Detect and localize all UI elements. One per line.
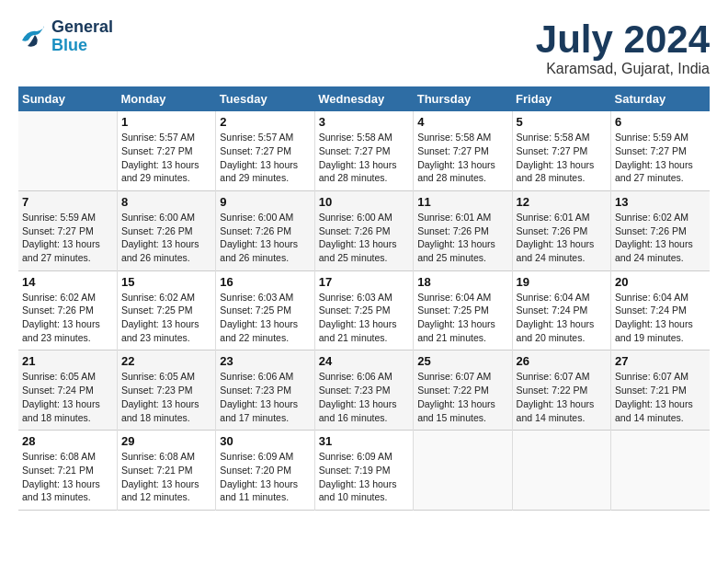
calendar-day-header: Tuesday xyxy=(216,86,314,111)
calendar-cell xyxy=(512,431,610,511)
calendar-table: SundayMondayTuesdayWednesdayThursdayFrid… xyxy=(18,86,710,511)
calendar-cell: 24Sunrise: 6:06 AM Sunset: 7:23 PM Dayli… xyxy=(314,350,413,431)
day-info: Sunrise: 5:59 AM Sunset: 7:27 PM Dayligh… xyxy=(22,211,113,265)
calendar-cell: 17Sunrise: 6:03 AM Sunset: 7:25 PM Dayli… xyxy=(314,270,413,350)
calendar-week-row: 1Sunrise: 5:57 AM Sunset: 7:27 PM Daylig… xyxy=(18,111,710,190)
day-info: Sunrise: 6:01 AM Sunset: 7:26 PM Dayligh… xyxy=(517,211,607,265)
calendar-cell: 28Sunrise: 6:08 AM Sunset: 7:21 PM Dayli… xyxy=(18,431,117,511)
day-info: Sunrise: 6:04 AM Sunset: 7:24 PM Dayligh… xyxy=(615,291,706,345)
calendar-cell: 11Sunrise: 6:01 AM Sunset: 7:26 PM Dayli… xyxy=(414,190,512,270)
day-info: Sunrise: 6:04 AM Sunset: 7:25 PM Dayligh… xyxy=(417,291,507,345)
calendar-cell: 29Sunrise: 6:08 AM Sunset: 7:21 PM Dayli… xyxy=(117,431,215,511)
calendar-cell: 13Sunrise: 6:02 AM Sunset: 7:26 PM Dayli… xyxy=(611,190,710,270)
calendar-header-row: SundayMondayTuesdayWednesdayThursdayFrid… xyxy=(18,86,710,111)
day-info: Sunrise: 6:02 AM Sunset: 7:26 PM Dayligh… xyxy=(615,211,706,265)
calendar-cell: 23Sunrise: 6:06 AM Sunset: 7:23 PM Dayli… xyxy=(216,350,314,431)
calendar-cell: 10Sunrise: 6:00 AM Sunset: 7:26 PM Dayli… xyxy=(314,190,413,270)
calendar-cell: 2Sunrise: 5:57 AM Sunset: 7:27 PM Daylig… xyxy=(216,111,314,190)
day-info: Sunrise: 6:06 AM Sunset: 7:23 PM Dayligh… xyxy=(319,370,409,424)
logo: General Blue xyxy=(18,18,113,55)
calendar-week-row: 21Sunrise: 6:05 AM Sunset: 7:24 PM Dayli… xyxy=(18,350,710,431)
day-info: Sunrise: 6:05 AM Sunset: 7:24 PM Dayligh… xyxy=(22,370,113,424)
calendar-cell xyxy=(611,431,710,511)
page-header: General Blue July 2024 Karamsad, Gujarat… xyxy=(18,18,710,77)
calendar-cell: 15Sunrise: 6:02 AM Sunset: 7:25 PM Dayli… xyxy=(117,270,215,350)
day-number: 24 xyxy=(319,354,409,368)
calendar-cell: 31Sunrise: 6:09 AM Sunset: 7:19 PM Dayli… xyxy=(314,431,413,511)
day-info: Sunrise: 6:04 AM Sunset: 7:24 PM Dayligh… xyxy=(517,291,607,345)
day-number: 31 xyxy=(319,434,409,448)
calendar-cell: 7Sunrise: 5:59 AM Sunset: 7:27 PM Daylig… xyxy=(18,190,117,270)
calendar-day-header: Sunday xyxy=(18,86,117,111)
day-number: 27 xyxy=(615,354,706,368)
calendar-week-row: 14Sunrise: 6:02 AM Sunset: 7:26 PM Dayli… xyxy=(18,270,710,350)
calendar-day-header: Friday xyxy=(512,86,610,111)
calendar-cell: 26Sunrise: 6:07 AM Sunset: 7:22 PM Dayli… xyxy=(512,350,610,431)
day-number: 26 xyxy=(517,354,607,368)
calendar-cell: 16Sunrise: 6:03 AM Sunset: 7:25 PM Dayli… xyxy=(216,270,314,350)
day-number: 23 xyxy=(220,354,310,368)
day-info: Sunrise: 5:58 AM Sunset: 7:27 PM Dayligh… xyxy=(417,131,507,185)
day-number: 22 xyxy=(121,354,211,368)
month-title: July 2024 xyxy=(536,18,710,61)
calendar-cell: 19Sunrise: 6:04 AM Sunset: 7:24 PM Dayli… xyxy=(512,270,610,350)
location: Karamsad, Gujarat, India xyxy=(536,61,710,77)
day-number: 28 xyxy=(22,434,113,448)
calendar-cell: 12Sunrise: 6:01 AM Sunset: 7:26 PM Dayli… xyxy=(512,190,610,270)
calendar-cell: 20Sunrise: 6:04 AM Sunset: 7:24 PM Dayli… xyxy=(611,270,710,350)
day-info: Sunrise: 6:09 AM Sunset: 7:20 PM Dayligh… xyxy=(220,450,310,504)
day-number: 19 xyxy=(517,275,607,289)
day-number: 15 xyxy=(121,275,211,289)
day-number: 9 xyxy=(220,195,310,209)
day-number: 17 xyxy=(319,275,409,289)
calendar-day-header: Thursday xyxy=(414,86,512,111)
calendar-cell: 25Sunrise: 6:07 AM Sunset: 7:22 PM Dayli… xyxy=(414,350,512,431)
day-number: 3 xyxy=(319,115,409,129)
day-info: Sunrise: 6:08 AM Sunset: 7:21 PM Dayligh… xyxy=(22,450,113,504)
day-number: 8 xyxy=(121,195,211,209)
day-number: 13 xyxy=(615,195,706,209)
day-number: 14 xyxy=(22,275,113,289)
day-info: Sunrise: 5:58 AM Sunset: 7:27 PM Dayligh… xyxy=(517,131,607,185)
calendar-day-header: Saturday xyxy=(611,86,710,111)
calendar-cell: 8Sunrise: 6:00 AM Sunset: 7:26 PM Daylig… xyxy=(117,190,215,270)
day-number: 18 xyxy=(417,275,507,289)
day-info: Sunrise: 6:03 AM Sunset: 7:25 PM Dayligh… xyxy=(319,291,409,345)
calendar-day-header: Wednesday xyxy=(314,86,413,111)
day-info: Sunrise: 6:08 AM Sunset: 7:21 PM Dayligh… xyxy=(121,450,211,504)
day-number: 10 xyxy=(319,195,409,209)
day-info: Sunrise: 6:02 AM Sunset: 7:25 PM Dayligh… xyxy=(121,291,211,345)
day-number: 6 xyxy=(615,115,706,129)
calendar-cell: 3Sunrise: 5:58 AM Sunset: 7:27 PM Daylig… xyxy=(314,111,413,190)
calendar-day-header: Monday xyxy=(117,86,215,111)
day-number: 16 xyxy=(220,275,310,289)
calendar-cell: 22Sunrise: 6:05 AM Sunset: 7:23 PM Dayli… xyxy=(117,350,215,431)
day-info: Sunrise: 5:58 AM Sunset: 7:27 PM Dayligh… xyxy=(319,131,409,185)
calendar-cell: 21Sunrise: 6:05 AM Sunset: 7:24 PM Dayli… xyxy=(18,350,117,431)
day-number: 2 xyxy=(220,115,310,129)
day-number: 12 xyxy=(517,195,607,209)
title-block: July 2024 Karamsad, Gujarat, India xyxy=(536,18,710,77)
day-number: 5 xyxy=(517,115,607,129)
day-info: Sunrise: 6:03 AM Sunset: 7:25 PM Dayligh… xyxy=(220,291,310,345)
day-info: Sunrise: 6:01 AM Sunset: 7:26 PM Dayligh… xyxy=(417,211,507,265)
logo-text: General Blue xyxy=(51,18,113,55)
calendar-cell: 18Sunrise: 6:04 AM Sunset: 7:25 PM Dayli… xyxy=(414,270,512,350)
calendar-cell: 1Sunrise: 5:57 AM Sunset: 7:27 PM Daylig… xyxy=(117,111,215,190)
calendar-cell: 9Sunrise: 6:00 AM Sunset: 7:26 PM Daylig… xyxy=(216,190,314,270)
day-number: 25 xyxy=(417,354,507,368)
day-info: Sunrise: 6:07 AM Sunset: 7:22 PM Dayligh… xyxy=(417,370,507,424)
calendar-cell: 6Sunrise: 5:59 AM Sunset: 7:27 PM Daylig… xyxy=(611,111,710,190)
day-info: Sunrise: 6:07 AM Sunset: 7:21 PM Dayligh… xyxy=(615,370,706,424)
day-number: 29 xyxy=(121,434,211,448)
day-info: Sunrise: 6:00 AM Sunset: 7:26 PM Dayligh… xyxy=(319,211,409,265)
day-number: 4 xyxy=(417,115,507,129)
calendar-cell xyxy=(18,111,117,190)
calendar-cell: 27Sunrise: 6:07 AM Sunset: 7:21 PM Dayli… xyxy=(611,350,710,431)
day-number: 11 xyxy=(417,195,507,209)
day-number: 21 xyxy=(22,354,113,368)
day-info: Sunrise: 5:59 AM Sunset: 7:27 PM Dayligh… xyxy=(615,131,706,185)
calendar-cell: 4Sunrise: 5:58 AM Sunset: 7:27 PM Daylig… xyxy=(414,111,512,190)
day-info: Sunrise: 6:00 AM Sunset: 7:26 PM Dayligh… xyxy=(121,211,211,265)
day-info: Sunrise: 5:57 AM Sunset: 7:27 PM Dayligh… xyxy=(220,131,310,185)
